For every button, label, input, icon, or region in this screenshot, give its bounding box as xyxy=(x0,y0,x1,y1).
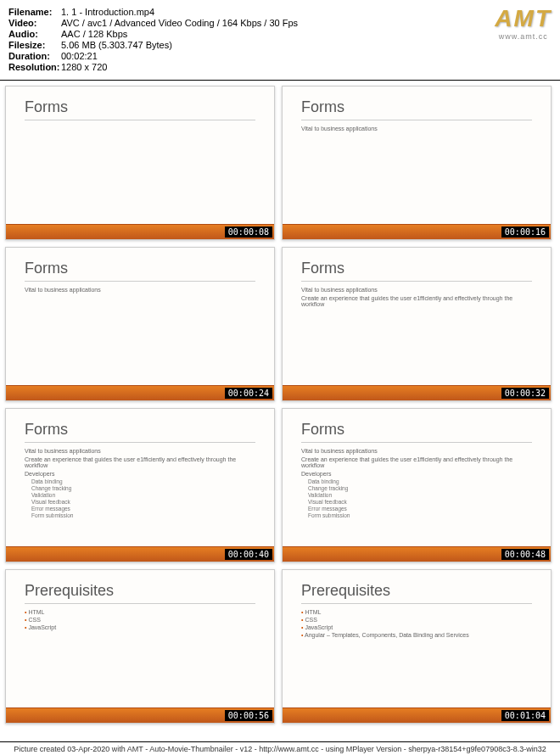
slide-content: Forms Vital to business applications Cre… xyxy=(283,409,551,546)
filesize-label: Filesize: xyxy=(8,40,61,50)
video-value: AVC / avc1 / Advanced Video Coding / 164… xyxy=(61,18,552,28)
list-item: JavaScript xyxy=(301,624,532,630)
filename-value: 1. 1 - Introduction.mp4 xyxy=(61,7,552,17)
timestamp: 00:00:56 xyxy=(225,710,272,721)
list-item: Angular – Templates, Components, Data Bi… xyxy=(301,632,532,638)
thumbnail: Forms Vital to business applications 00:… xyxy=(282,86,552,240)
slide-text: Vital to business applications xyxy=(301,448,532,454)
slide-title: Forms xyxy=(25,260,255,277)
slide-text: Vital to business applications xyxy=(301,126,532,131)
logo-url: www.amt.cc xyxy=(495,32,552,41)
filesize-value: 5.06 MB (5.303.747 Bytes) xyxy=(61,40,552,50)
slide-text: Create an experience that guides the use… xyxy=(301,295,532,307)
audio-value: AAC / 128 Kbps xyxy=(61,29,552,39)
timestamp: 00:00:32 xyxy=(501,388,549,399)
list-item: HTML xyxy=(301,609,532,615)
list-item: Change tracking xyxy=(308,485,532,491)
slide-title: Forms xyxy=(301,421,532,439)
slide-text: Vital to business applications xyxy=(301,287,532,293)
resolution-label: Resolution: xyxy=(8,62,61,72)
slide-divider xyxy=(25,281,255,282)
slide-divider xyxy=(301,603,532,604)
audio-label: Audio: xyxy=(8,29,61,39)
resolution-value: 1280 x 720 xyxy=(61,62,552,72)
slide-content: Forms Vital to business applications Cre… xyxy=(283,248,551,385)
timestamp: 00:01:04 xyxy=(501,710,549,721)
slide-divider xyxy=(25,603,255,604)
list-item: Data binding xyxy=(31,478,255,484)
list-item: CSS xyxy=(301,617,532,623)
slide-divider xyxy=(301,442,532,443)
duration-value: 00:02:21 xyxy=(61,51,552,61)
slide-divider xyxy=(301,281,532,282)
thumbnail: Forms Vital to business applications Cre… xyxy=(5,408,275,562)
slide-title: Forms xyxy=(25,98,255,116)
slide-title: Prerequisites xyxy=(25,582,255,600)
slide-content: Forms Vital to business applications xyxy=(283,87,551,224)
thumbnail: Forms Vital to business applications 00:… xyxy=(5,247,275,401)
list-item: Form submission xyxy=(308,512,532,518)
list-item: Validation xyxy=(308,492,532,498)
timestamp: 00:00:16 xyxy=(501,226,549,238)
divider xyxy=(0,80,560,81)
slide-text: Vital to business applications xyxy=(25,448,255,454)
list-item: Validation xyxy=(31,492,255,498)
slide-text: Developers xyxy=(301,471,532,477)
slide-text: Create an experience that guides the use… xyxy=(301,456,532,468)
slide-text: Create an experience that guides the use… xyxy=(25,456,255,468)
list-item: Error messages xyxy=(31,506,255,512)
slide-text: Vital to business applications xyxy=(25,287,255,293)
timestamp: 00:00:08 xyxy=(225,226,272,238)
slide-divider xyxy=(25,442,255,443)
list-item: Form submission xyxy=(31,512,255,518)
footer-text: Picture created 03-Apr-2020 with AMT - A… xyxy=(0,741,560,753)
slide-content: Prerequisites HTML CSS JavaScript xyxy=(6,570,274,707)
thumbnail-grid: Forms 00:00:08 Forms Vital to business a… xyxy=(0,86,560,724)
slide-text: Developers xyxy=(25,471,255,477)
slide-content: Forms xyxy=(6,87,274,224)
timestamp: 00:00:48 xyxy=(501,549,549,560)
slide-content: Forms Vital to business applications xyxy=(6,248,274,385)
list-item: Data binding xyxy=(308,478,532,484)
thumbnail: Prerequisites HTML CSS JavaScript 00:00:… xyxy=(5,569,275,724)
list-item: HTML xyxy=(25,609,255,615)
thumbnail: Forms Vital to business applications Cre… xyxy=(282,247,552,401)
slide-content: Forms Vital to business applications Cre… xyxy=(6,409,274,546)
duration-label: Duration: xyxy=(8,51,61,61)
logo-text: AMT xyxy=(495,5,552,32)
amt-logo: AMT www.amt.cc xyxy=(495,5,552,41)
timestamp: 00:00:40 xyxy=(225,549,272,560)
slide-title: Forms xyxy=(301,98,532,116)
thumbnail: Prerequisites HTML CSS JavaScript Angula… xyxy=(282,569,552,724)
slide-title: Forms xyxy=(25,421,255,439)
filename-label: Filename: xyxy=(8,7,61,17)
metadata-header: Filename:1. 1 - Introduction.mp4 Video:A… xyxy=(0,0,560,78)
list-item: JavaScript xyxy=(25,624,255,630)
list-item: CSS xyxy=(25,617,255,623)
slide-title: Forms xyxy=(301,260,532,277)
slide-divider xyxy=(301,120,532,120)
slide-title: Prerequisites xyxy=(301,582,532,600)
slide-content: Prerequisites HTML CSS JavaScript Angula… xyxy=(283,570,551,707)
thumbnail: Forms Vital to business applications Cre… xyxy=(282,408,552,562)
list-item: Error messages xyxy=(308,506,532,512)
list-item: Change tracking xyxy=(31,485,255,491)
slide-divider xyxy=(25,120,255,120)
thumbnail: Forms 00:00:08 xyxy=(5,86,275,240)
list-item: Visual feedback xyxy=(31,499,255,505)
list-item: Visual feedback xyxy=(308,499,532,505)
timestamp: 00:00:24 xyxy=(225,388,272,399)
video-label: Video: xyxy=(8,18,61,28)
